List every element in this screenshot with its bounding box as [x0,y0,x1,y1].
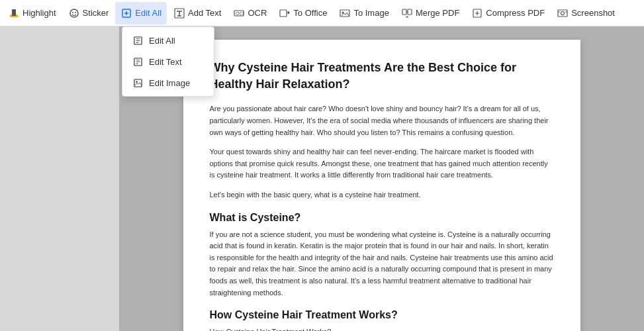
edit-all-icon [120,7,132,19]
toolbar: Highlight Sticker Edit All [0,0,644,26]
svg-point-4 [75,12,76,13]
add-text-label: Add Text [188,8,221,18]
highlight-icon [8,7,20,19]
left-panel [0,26,119,331]
merge-pdf-icon [401,7,413,19]
to-office-label: To Office [293,8,327,18]
dropdown-edit-text-icon [132,56,144,68]
edit-all-label: Edit All [135,8,161,18]
screenshot-label: Screenshot [571,8,615,18]
toolbar-item-screenshot[interactable]: Screenshot [551,2,620,24]
toolbar-item-compress-pdf[interactable]: Compress PDF [466,2,550,24]
toolbar-item-add-text[interactable]: Add Text [168,2,226,24]
document-section-title-1: What is Cysteine? [210,212,554,224]
dropdown-edit-image-icon [132,77,144,89]
highlight-label: Highlight [23,8,56,18]
toolbar-item-merge-pdf[interactable]: Merge PDF [396,2,465,24]
svg-rect-19 [134,79,141,86]
document-main-title: Why Cysteine Hair Treatments Are the Bes… [210,60,554,93]
dropdown-item-edit-all[interactable]: Edit All [122,30,214,51]
sticker-label: Sticker [83,8,109,18]
dropdown-item-edit-text[interactable]: Edit Text [122,51,214,72]
to-office-icon [279,7,291,19]
dropdown-item-edit-image[interactable]: Edit Image [122,72,214,93]
dropdown-edit-text-label: Edit Text [149,57,182,67]
main-area: Why Cysteine Hair Treatments Are the Bes… [0,26,644,331]
dropdown-edit-all-icon [132,34,144,46]
document-section-title-2: How Cysteine Hair Treatment Works? [210,309,554,321]
toolbar-item-edit-all[interactable]: Edit All [115,2,167,24]
toolbar-item-sticker[interactable]: Sticker [63,2,115,24]
svg-rect-15 [558,10,567,17]
document-paragraph-3: Let's begin with the basic query, what i… [210,189,554,201]
to-image-icon [339,7,351,19]
document-paragraph-4: If you are not a science student, you mu… [210,229,554,299]
svg-point-2 [70,9,78,17]
document-page: Why Cysteine Hair Treatments Are the Bes… [183,40,580,331]
document-paragraph-2: Your quest towards shiny and healthy hai… [210,146,554,181]
compress-pdf-label: Compress PDF [486,8,545,18]
ocr-icon: OCR [233,7,245,19]
toolbar-item-to-image[interactable]: To Image [334,2,394,24]
document-paragraph-1: Are you passionate about hair care? Who … [210,103,554,138]
to-image-label: To Image [353,8,389,18]
toolbar-item-ocr[interactable]: OCR OCR [228,2,272,24]
svg-point-3 [72,12,73,13]
ocr-label: OCR [248,8,267,18]
toolbar-item-to-office[interactable]: To Office [273,2,332,24]
svg-rect-12 [402,9,406,15]
svg-text:OCR: OCR [236,11,244,16]
toolbar-item-highlight[interactable]: Highlight [3,2,62,24]
merge-pdf-label: Merge PDF [416,8,459,18]
add-text-icon [173,7,185,19]
svg-point-16 [561,11,565,15]
screenshot-icon [557,7,569,19]
document-paragraph-5: How Cysteine Hair Treatment Works? [210,326,554,331]
compress-pdf-icon [471,7,483,19]
svg-rect-1 [12,9,16,16]
dropdown-edit-image-label: Edit Image [149,78,190,88]
sticker-icon [68,7,80,19]
svg-point-20 [136,81,138,83]
edit-dropdown-menu: Edit All Edit Text Edit Image [122,26,214,97]
svg-rect-9 [280,10,287,17]
dropdown-edit-all-label: Edit All [149,36,175,46]
svg-rect-13 [408,9,412,15]
